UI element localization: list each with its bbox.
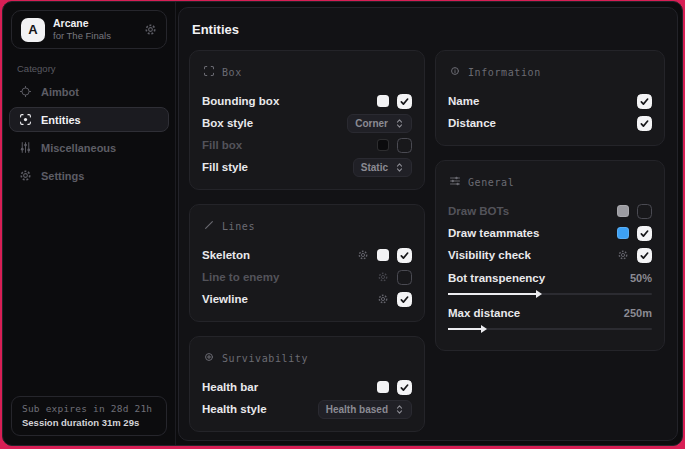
panel-title: General <box>468 177 514 188</box>
slider-max-distance: Max distance 250m <box>448 304 652 330</box>
row-label: Fill style <box>202 161 248 173</box>
color-swatch[interactable] <box>377 249 389 261</box>
row-label: Bounding box <box>202 95 279 107</box>
row-settings-gear-icon[interactable] <box>377 271 389 283</box>
sidebar-nav: Aimbot Entities Miscellaneous Settings <box>9 79 169 188</box>
subscription-card: Sub expires in 28d 21h Session duration … <box>11 396 167 436</box>
color-swatch[interactable] <box>617 227 629 239</box>
sidebar-item-entities[interactable]: Entities <box>9 107 169 132</box>
checkbox[interactable] <box>397 270 412 285</box>
color-swatch[interactable] <box>377 95 389 107</box>
slider-thumb-arrow[interactable] <box>481 325 487 333</box>
row-label: Draw teammates <box>448 227 539 239</box>
check-icon <box>399 96 410 107</box>
row-fill-style: Fill style Static <box>202 156 412 178</box>
slider-track[interactable] <box>448 293 652 295</box>
app-logo: A <box>21 18 45 42</box>
row-label: Health style <box>202 403 267 415</box>
gear-icon <box>19 169 32 182</box>
row-label: Viewline <box>202 293 248 305</box>
refresh-gear-icon[interactable] <box>144 23 157 36</box>
row-label: Draw BOTs <box>448 205 509 217</box>
info-icon <box>449 63 461 81</box>
checkbox[interactable] <box>397 94 412 109</box>
check-icon <box>399 294 410 305</box>
checkbox[interactable] <box>637 226 652 241</box>
row-skeleton: Skeleton <box>202 244 412 266</box>
app-window: A Arcane for The Finals Category Aimbot <box>2 1 683 446</box>
checkbox[interactable] <box>397 138 412 153</box>
panel-general-header: General <box>449 173 652 191</box>
color-swatch[interactable] <box>377 381 389 393</box>
row-draw-teammates: Draw teammates <box>448 222 652 244</box>
slider-bot-transparency: Bot transpenency 50% <box>448 269 652 295</box>
slider-fill <box>448 293 540 295</box>
row-bounding-box: Bounding box <box>202 90 412 112</box>
panel-information: Information Name Distance <box>435 50 665 146</box>
sidebar-item-label: Aimbot <box>41 86 79 98</box>
session-duration-text: Session duration 31m 29s <box>22 417 156 428</box>
check-icon <box>639 118 650 129</box>
unfold-icon <box>395 162 404 173</box>
row-name: Name <box>448 90 652 112</box>
checkbox[interactable] <box>637 116 652 131</box>
row-health-style: Health style Health based <box>202 398 412 420</box>
sidebar-item-miscellaneous[interactable]: Miscellaneous <box>9 135 169 160</box>
color-swatch[interactable] <box>617 205 629 217</box>
row-settings-gear-icon[interactable] <box>617 249 629 261</box>
checkbox[interactable] <box>397 292 412 307</box>
check-icon <box>399 250 410 261</box>
sidebar: A Arcane for The Finals Category Aimbot <box>3 2 176 445</box>
slider-label: Max distance <box>448 307 520 319</box>
panel-survivability: Survivability Health bar Health style <box>189 336 425 432</box>
health-cross-icon <box>203 349 215 367</box>
slider-value: 50% <box>630 272 652 284</box>
row-label: Distance <box>448 117 496 129</box>
panel-title: Survivability <box>222 353 308 364</box>
sidebar-item-settings[interactable]: Settings <box>9 163 169 188</box>
checkbox[interactable] <box>637 248 652 263</box>
panel-title: Information <box>468 67 541 78</box>
slider-track[interactable] <box>448 328 652 330</box>
panels-grid: Box Bounding box Box style <box>189 50 665 432</box>
panel-title: Box <box>222 67 242 78</box>
select-value: Corner <box>355 118 388 129</box>
row-label: Line to enemy <box>202 271 279 283</box>
panel-title: Lines <box>222 221 255 232</box>
select-value: Static <box>361 162 388 173</box>
box-style-select[interactable]: Corner <box>347 114 412 133</box>
box-corners-icon <box>203 63 215 81</box>
row-viewline: Viewline <box>202 288 412 310</box>
sidebar-item-aimbot[interactable]: Aimbot <box>9 79 169 104</box>
checkbox[interactable] <box>397 248 412 263</box>
check-icon <box>639 228 650 239</box>
horizontal-sliders-icon <box>449 173 461 191</box>
app-title: Arcane <box>53 17 136 30</box>
entity-scan-icon <box>19 113 32 126</box>
checkbox[interactable] <box>637 94 652 109</box>
app-header-card: A Arcane for The Finals <box>11 10 167 49</box>
check-icon <box>639 96 650 107</box>
check-icon <box>399 382 410 393</box>
row-label: Fill box <box>202 139 242 151</box>
unfold-icon <box>395 118 404 129</box>
right-column: Information Name Distance <box>435 50 665 351</box>
sidebar-item-label: Settings <box>41 170 84 182</box>
check-icon <box>639 250 650 261</box>
row-settings-gear-icon[interactable] <box>357 249 369 261</box>
row-box-style: Box style Corner <box>202 112 412 134</box>
health-style-select[interactable]: Health based <box>318 400 412 419</box>
app-meta: Arcane for The Finals <box>53 17 136 42</box>
checkbox[interactable] <box>637 204 652 219</box>
fill-style-select[interactable]: Static <box>353 158 412 177</box>
panel-box-header: Box <box>203 63 412 81</box>
left-column: Box Bounding box Box style <box>189 50 425 432</box>
row-settings-gear-icon[interactable] <box>377 293 389 305</box>
row-line-to-enemy: Line to enemy <box>202 266 412 288</box>
row-label: Name <box>448 95 479 107</box>
color-swatch[interactable] <box>377 139 389 151</box>
page-title: Entities <box>192 22 665 37</box>
checkbox[interactable] <box>397 380 412 395</box>
app-subtitle: for The Finals <box>53 30 136 42</box>
slider-thumb-arrow[interactable] <box>536 290 542 298</box>
